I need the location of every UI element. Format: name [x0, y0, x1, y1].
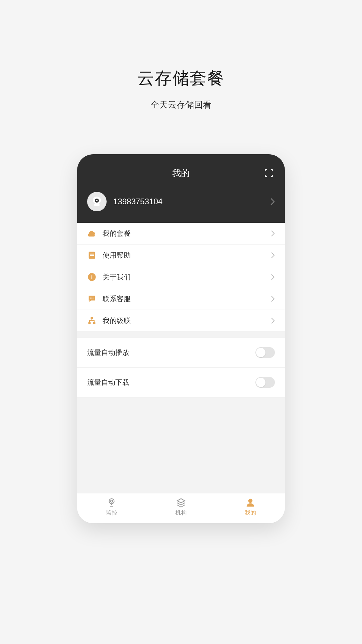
- tabbar: 监控 机构 我的: [77, 493, 285, 523]
- section-gap: [77, 332, 285, 338]
- toggle-autodownload: 流量自动下载: [77, 368, 285, 397]
- menu-label: 关于我们: [103, 272, 271, 282]
- chevron-right-icon: [271, 252, 275, 259]
- menu-item-about[interactable]: 关于我们: [77, 266, 285, 288]
- toggle-autoplay: 流量自动播放: [77, 338, 285, 368]
- person-icon: [245, 497, 255, 507]
- menu-item-plan[interactable]: 我的套餐: [77, 223, 285, 245]
- toggle-label: 流量自动下载: [87, 378, 255, 387]
- menu-label: 我的级联: [103, 316, 271, 325]
- svg-point-2: [96, 200, 98, 201]
- toggle-switch[interactable]: [255, 377, 275, 388]
- svg-point-16: [109, 499, 114, 504]
- toggle-switch[interactable]: [255, 347, 275, 358]
- content-fill: [77, 397, 285, 493]
- header-title: 我的: [172, 167, 190, 179]
- scan-icon[interactable]: [264, 168, 274, 178]
- profile-id: 13983753104: [113, 197, 270, 206]
- toggle-label: 流量自动播放: [87, 348, 255, 357]
- chevron-right-icon: [271, 274, 275, 280]
- svg-point-9: [91, 275, 92, 276]
- page-subtitle: 全天云存储回看: [150, 99, 212, 111]
- tab-monitor[interactable]: 监控: [77, 497, 146, 517]
- chat-icon: [87, 294, 97, 304]
- svg-rect-15: [93, 322, 96, 324]
- menu-item-help[interactable]: 使用帮助: [77, 245, 285, 266]
- chevron-right-icon: [271, 317, 275, 324]
- phone-frame: 我的 13983753104: [77, 154, 285, 523]
- layers-icon: [176, 497, 186, 507]
- menu-item-cascade[interactable]: 我的级联: [77, 310, 285, 332]
- svg-rect-13: [91, 317, 93, 319]
- page-title: 云存储套餐: [137, 67, 225, 90]
- menu-section: 我的套餐 使用帮助 关于我们 联系客服: [77, 223, 285, 332]
- tab-org[interactable]: 机构: [146, 497, 216, 517]
- tab-label: 监控: [106, 509, 117, 517]
- svg-rect-5: [90, 254, 94, 254]
- svg-point-18: [248, 499, 252, 503]
- svg-rect-6: [90, 255, 94, 256]
- header: 我的 13983753104: [77, 154, 285, 223]
- header-top: 我的: [77, 164, 285, 182]
- svg-rect-14: [88, 322, 91, 324]
- chevron-right-icon: [270, 198, 275, 206]
- svg-point-12: [93, 298, 94, 299]
- profile-row[interactable]: 13983753104: [77, 182, 285, 223]
- hierarchy-icon: [87, 316, 97, 325]
- svg-rect-8: [92, 276, 92, 279]
- info-icon: [87, 272, 97, 282]
- camera-icon: [107, 497, 117, 507]
- chevron-right-icon: [271, 296, 275, 302]
- tab-mine[interactable]: 我的: [216, 497, 285, 517]
- svg-rect-3: [94, 204, 100, 206]
- svg-point-10: [90, 298, 91, 299]
- menu-label: 联系客服: [103, 294, 271, 304]
- tab-label: 我的: [245, 509, 256, 517]
- avatar: [87, 192, 107, 211]
- document-icon: [87, 251, 97, 260]
- menu-item-contact[interactable]: 联系客服: [77, 288, 285, 310]
- tab-label: 机构: [175, 509, 187, 517]
- svg-point-11: [92, 298, 93, 299]
- cloud-icon: [87, 229, 97, 238]
- menu-label: 我的套餐: [103, 229, 271, 238]
- svg-point-17: [111, 500, 113, 502]
- menu-label: 使用帮助: [103, 251, 271, 260]
- chevron-right-icon: [271, 230, 275, 237]
